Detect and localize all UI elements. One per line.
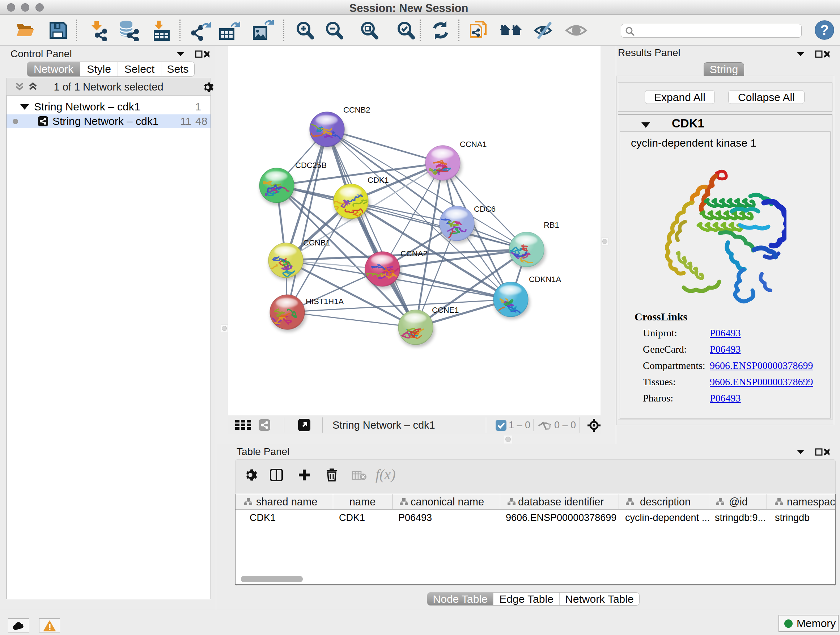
- svg-text:CCNA1: CCNA1: [460, 140, 487, 149]
- svg-text:CCNB2: CCNB2: [343, 105, 370, 114]
- svg-text:?: ?: [820, 22, 829, 38]
- svg-text:RB1: RB1: [544, 220, 559, 230]
- svg-text:CCNB1: CCNB1: [303, 238, 330, 247]
- svg-text:CCNA2: CCNA2: [401, 249, 428, 258]
- svg-text:CDK1: CDK1: [368, 176, 389, 185]
- svg-text:CDC6: CDC6: [474, 204, 496, 214]
- svg-text:CDKN1A: CDKN1A: [529, 275, 561, 284]
- svg-text:CCNE1: CCNE1: [432, 306, 459, 315]
- svg-text:HIST1H1A: HIST1H1A: [306, 297, 344, 306]
- svg-text:CDC25B: CDC25B: [295, 161, 327, 170]
